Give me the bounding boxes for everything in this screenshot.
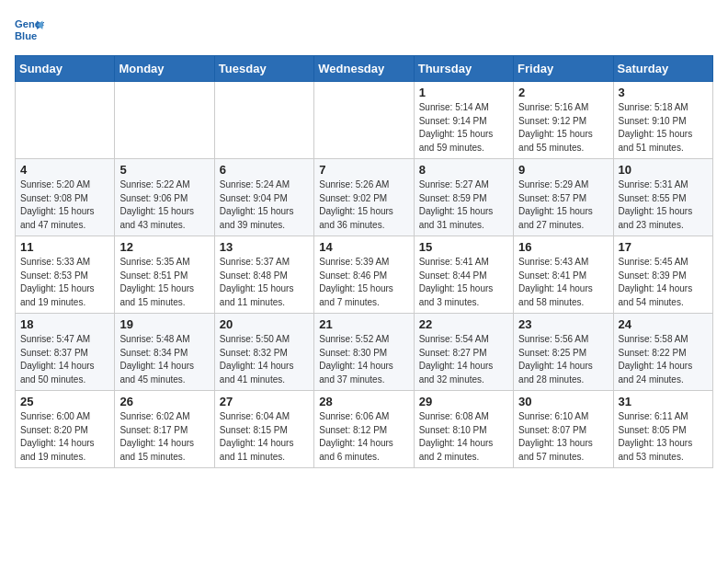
- calendar-cell: [115, 82, 214, 159]
- day-info: Sunrise: 5:33 AMSunset: 8:53 PMDaylight:…: [20, 256, 109, 309]
- calendar-week-1: 1Sunrise: 5:14 AMSunset: 9:14 PMDaylight…: [16, 82, 713, 159]
- day-number: 23: [518, 317, 608, 331]
- calendar-week-5: 25Sunrise: 6:00 AMSunset: 8:20 PMDayligh…: [16, 391, 713, 468]
- calendar-cell: 13Sunrise: 5:37 AMSunset: 8:48 PMDayligh…: [214, 236, 313, 314]
- day-info: Sunrise: 5:24 AMSunset: 9:04 PMDaylight:…: [220, 178, 309, 232]
- calendar-cell: 18Sunrise: 5:47 AMSunset: 8:37 PMDayligh…: [16, 314, 115, 391]
- calendar-week-3: 11Sunrise: 5:33 AMSunset: 8:53 PMDayligh…: [16, 236, 713, 314]
- day-number: 30: [518, 395, 608, 408]
- day-info: Sunrise: 6:00 AMSunset: 8:20 PMDaylight:…: [20, 410, 109, 464]
- calendar-cell: 30Sunrise: 6:10 AMSunset: 8:07 PMDayligh…: [514, 391, 613, 468]
- day-info: Sunrise: 5:27 AMSunset: 8:59 PMDaylight:…: [419, 178, 508, 232]
- day-info: Sunrise: 6:06 AMSunset: 8:12 PMDaylight:…: [319, 410, 408, 464]
- day-number: 20: [220, 317, 309, 331]
- day-number: 17: [619, 240, 708, 254]
- day-info: Sunrise: 5:22 AMSunset: 9:06 PMDaylight:…: [119, 178, 209, 232]
- day-number: 8: [419, 163, 508, 177]
- day-number: 18: [20, 317, 109, 331]
- day-number: 31: [619, 395, 708, 408]
- calendar-cell: [16, 82, 115, 159]
- day-info: Sunrise: 5:20 AMSunset: 9:08 PMDaylight:…: [20, 178, 109, 232]
- day-info: Sunrise: 5:41 AMSunset: 8:44 PMDaylight:…: [419, 256, 508, 309]
- day-number: 14: [319, 240, 408, 254]
- calendar-cell: 2Sunrise: 5:16 AMSunset: 9:12 PMDaylight…: [514, 82, 613, 159]
- day-number: 9: [518, 163, 608, 177]
- svg-text:Blue: Blue: [15, 30, 37, 41]
- day-info: Sunrise: 5:52 AMSunset: 8:30 PMDaylight:…: [319, 333, 408, 386]
- calendar-cell: 8Sunrise: 5:27 AMSunset: 8:59 PMDaylight…: [414, 159, 513, 236]
- day-number: 1: [419, 86, 508, 99]
- day-info: Sunrise: 5:47 AMSunset: 8:37 PMDaylight:…: [20, 333, 109, 386]
- calendar-cell: 28Sunrise: 6:06 AMSunset: 8:12 PMDayligh…: [314, 391, 414, 468]
- calendar-cell: 12Sunrise: 5:35 AMSunset: 8:51 PMDayligh…: [115, 236, 214, 314]
- day-number: 15: [419, 240, 508, 254]
- calendar-cell: 14Sunrise: 5:39 AMSunset: 8:46 PMDayligh…: [314, 236, 414, 314]
- calendar-cell: 29Sunrise: 6:08 AMSunset: 8:10 PMDayligh…: [414, 391, 513, 468]
- calendar-cell: 5Sunrise: 5:22 AMSunset: 9:06 PMDaylight…: [115, 159, 214, 236]
- logo-icon: General Blue: [15, 15, 44, 44]
- day-info: Sunrise: 5:58 AMSunset: 8:22 PMDaylight:…: [619, 333, 708, 386]
- calendar-cell: 25Sunrise: 6:00 AMSunset: 8:20 PMDayligh…: [16, 391, 115, 468]
- day-number: 4: [20, 163, 109, 177]
- calendar-cell: 1Sunrise: 5:14 AMSunset: 9:14 PMDaylight…: [414, 82, 513, 159]
- calendar-cell: 24Sunrise: 5:58 AMSunset: 8:22 PMDayligh…: [613, 314, 712, 391]
- day-info: Sunrise: 6:08 AMSunset: 8:10 PMDaylight:…: [419, 410, 508, 464]
- day-info: Sunrise: 5:18 AMSunset: 9:10 PMDaylight:…: [619, 101, 708, 155]
- day-number: 28: [319, 395, 408, 408]
- day-number: 25: [20, 395, 109, 408]
- day-number: 3: [619, 86, 708, 99]
- weekday-header-tuesday: Tuesday: [214, 56, 313, 82]
- day-number: 21: [319, 317, 408, 331]
- day-info: Sunrise: 5:54 AMSunset: 8:27 PMDaylight:…: [419, 333, 508, 386]
- day-number: 26: [119, 395, 209, 408]
- calendar-cell: 20Sunrise: 5:50 AMSunset: 8:32 PMDayligh…: [214, 314, 313, 391]
- calendar-table: SundayMondayTuesdayWednesdayThursdayFrid…: [15, 55, 713, 468]
- calendar-week-4: 18Sunrise: 5:47 AMSunset: 8:37 PMDayligh…: [16, 314, 713, 391]
- day-number: 2: [518, 86, 608, 99]
- day-info: Sunrise: 5:48 AMSunset: 8:34 PMDaylight:…: [119, 333, 209, 386]
- day-number: 10: [619, 163, 708, 177]
- calendar-cell: 6Sunrise: 5:24 AMSunset: 9:04 PMDaylight…: [214, 159, 313, 236]
- day-number: 24: [619, 317, 708, 331]
- day-info: Sunrise: 6:10 AMSunset: 8:07 PMDaylight:…: [518, 410, 608, 464]
- weekday-header-thursday: Thursday: [414, 56, 513, 82]
- day-info: Sunrise: 5:26 AMSunset: 9:02 PMDaylight:…: [319, 178, 408, 232]
- calendar-cell: 10Sunrise: 5:31 AMSunset: 8:55 PMDayligh…: [613, 159, 712, 236]
- weekday-header-saturday: Saturday: [613, 56, 712, 82]
- day-info: Sunrise: 5:50 AMSunset: 8:32 PMDaylight:…: [220, 333, 309, 386]
- calendar-cell: 17Sunrise: 5:45 AMSunset: 8:39 PMDayligh…: [613, 236, 712, 314]
- day-number: 16: [518, 240, 608, 254]
- calendar-cell: 4Sunrise: 5:20 AMSunset: 9:08 PMDaylight…: [16, 159, 115, 236]
- calendar-header: SundayMondayTuesdayWednesdayThursdayFrid…: [16, 56, 713, 82]
- day-number: 13: [220, 240, 309, 254]
- calendar-cell: 19Sunrise: 5:48 AMSunset: 8:34 PMDayligh…: [115, 314, 214, 391]
- calendar-cell: 31Sunrise: 6:11 AMSunset: 8:05 PMDayligh…: [613, 391, 712, 468]
- day-number: 11: [20, 240, 109, 254]
- weekday-header-monday: Monday: [115, 56, 214, 82]
- day-info: Sunrise: 5:35 AMSunset: 8:51 PMDaylight:…: [119, 256, 209, 309]
- calendar-cell: [314, 82, 414, 159]
- day-number: 27: [220, 395, 309, 408]
- calendar-week-2: 4Sunrise: 5:20 AMSunset: 9:08 PMDaylight…: [16, 159, 713, 236]
- day-info: Sunrise: 6:02 AMSunset: 8:17 PMDaylight:…: [119, 410, 209, 464]
- day-number: 5: [119, 163, 209, 177]
- day-number: 7: [319, 163, 408, 177]
- calendar-cell: 15Sunrise: 5:41 AMSunset: 8:44 PMDayligh…: [414, 236, 513, 314]
- weekday-header-sunday: Sunday: [16, 56, 115, 82]
- calendar-cell: 16Sunrise: 5:43 AMSunset: 8:41 PMDayligh…: [514, 236, 613, 314]
- day-info: Sunrise: 5:39 AMSunset: 8:46 PMDaylight:…: [319, 256, 408, 309]
- day-info: Sunrise: 5:37 AMSunset: 8:48 PMDaylight:…: [220, 256, 309, 309]
- day-info: Sunrise: 6:11 AMSunset: 8:05 PMDaylight:…: [619, 410, 708, 464]
- page-header: General Blue: [15, 15, 713, 44]
- calendar-cell: 27Sunrise: 6:04 AMSunset: 8:15 PMDayligh…: [214, 391, 313, 468]
- calendar-cell: 23Sunrise: 5:56 AMSunset: 8:25 PMDayligh…: [514, 314, 613, 391]
- calendar-cell: 7Sunrise: 5:26 AMSunset: 9:02 PMDaylight…: [314, 159, 414, 236]
- day-info: Sunrise: 6:04 AMSunset: 8:15 PMDaylight:…: [220, 410, 309, 464]
- day-number: 22: [419, 317, 508, 331]
- day-info: Sunrise: 5:16 AMSunset: 9:12 PMDaylight:…: [518, 101, 608, 155]
- calendar-cell: 3Sunrise: 5:18 AMSunset: 9:10 PMDaylight…: [613, 82, 712, 159]
- logo: General Blue: [15, 15, 48, 44]
- calendar-cell: 9Sunrise: 5:29 AMSunset: 8:57 PMDaylight…: [514, 159, 613, 236]
- day-info: Sunrise: 5:56 AMSunset: 8:25 PMDaylight:…: [518, 333, 608, 386]
- day-number: 12: [119, 240, 209, 254]
